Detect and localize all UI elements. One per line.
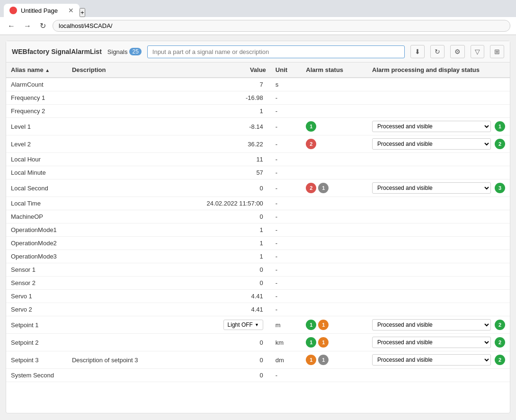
cell-unit: - <box>271 223 301 237</box>
cell-alarm-status: 21 <box>301 179 367 197</box>
alarm-badge: 1 <box>306 355 316 365</box>
cell-value: 0 <box>169 351 271 369</box>
table-row: Frequency 21- <box>6 105 510 118</box>
col-header-unit[interactable]: Unit <box>271 63 301 78</box>
cell-description: Description of setpoint 3 <box>67 351 169 369</box>
col-header-value[interactable]: Value <box>169 63 271 78</box>
cell-description <box>67 179 169 197</box>
refresh-button[interactable]: ↻ <box>430 45 445 58</box>
cell-alias: Sensor 2 <box>6 277 67 290</box>
cell-alarm-status <box>301 166 367 179</box>
cell-value: 57 <box>169 166 271 179</box>
alarm-badge: 1 <box>318 320 329 330</box>
search-input[interactable] <box>147 45 405 58</box>
cell-value: 4.41 <box>169 303 271 316</box>
cell-processing <box>367 223 510 237</box>
cell-value: 36.22 <box>169 135 271 153</box>
cell-processing: Processed and visible2 <box>367 351 510 369</box>
table-row: Sensor 10- <box>6 263 510 277</box>
alarm-badges: 11 <box>306 355 363 365</box>
cell-description <box>67 237 169 250</box>
table-row: Local Minute57- <box>6 166 510 179</box>
cell-alias: Sensor 1 <box>6 263 67 277</box>
processing-select[interactable]: Processed and visible <box>372 138 491 150</box>
cell-alarm-status <box>301 263 367 277</box>
cell-alias: Servo 2 <box>6 303 67 316</box>
cell-alarm-status <box>301 91 367 105</box>
processing-select[interactable]: Processed and visible <box>372 121 491 132</box>
reload-button[interactable]: ↻ <box>38 20 48 31</box>
cell-value: 1 <box>169 250 271 263</box>
cell-unit: - <box>271 166 301 179</box>
cell-unit: - <box>271 303 301 316</box>
table-row: Frequency 1-16.98- <box>6 91 510 105</box>
table-row: Setpoint 20km11Processed and visible2 <box>6 334 510 351</box>
cell-alarm-status <box>301 250 367 263</box>
col-header-description[interactable]: Description <box>67 63 169 78</box>
cell-value: 7 <box>169 78 271 91</box>
active-tab[interactable]: Untitled Page ✕ <box>4 4 80 17</box>
cell-processing <box>367 290 510 303</box>
cell-alarm-status <box>301 105 367 118</box>
cell-alias: Setpoint 1 <box>6 316 67 334</box>
cell-value: 1 <box>169 223 271 237</box>
settings-button[interactable]: ⚙ <box>450 45 465 58</box>
cell-processing: Processed and visible3 <box>367 179 510 197</box>
cell-alarm-status <box>301 369 367 382</box>
tab-favicon <box>9 7 17 14</box>
cell-alarm-status <box>301 303 367 316</box>
tab-title: Untitled Page <box>21 7 64 14</box>
cell-unit: - <box>271 369 301 382</box>
cell-alias: MachineOP <box>6 210 67 223</box>
processing-cell: Processed and visible2 <box>372 354 505 366</box>
cell-unit: km <box>271 334 301 351</box>
back-button[interactable]: ← <box>6 21 17 31</box>
tab-close-button[interactable]: ✕ <box>68 7 74 14</box>
cell-alias: Setpoint 3 <box>6 351 67 369</box>
new-tab-button[interactable]: + <box>80 8 85 17</box>
col-header-alias[interactable]: Alias name ▲ <box>6 63 67 78</box>
address-input[interactable] <box>53 20 510 32</box>
app-header: WEBfactory SignalAlarmList Signals 25 ⬇ … <box>6 41 510 63</box>
filter-button[interactable]: ▽ <box>471 45 484 58</box>
signals-count: 25 <box>129 48 141 55</box>
processing-count-badge: 2 <box>495 320 505 330</box>
processing-count-badge: 2 <box>495 139 505 149</box>
cell-unit: s <box>271 78 301 91</box>
forward-button[interactable]: → <box>22 21 33 31</box>
cell-alarm-status: 11 <box>301 334 367 351</box>
cell-description <box>67 316 169 334</box>
cell-processing <box>367 153 510 166</box>
cell-alarm-status: 2 <box>301 135 367 153</box>
col-header-processing[interactable]: Alarm processing and display status <box>367 63 510 78</box>
cell-description <box>67 118 169 135</box>
alarm-badge: 1 <box>318 183 329 193</box>
columns-button[interactable]: ⊞ <box>490 45 504 58</box>
cell-value: 1 <box>169 105 271 118</box>
alarm-badge: 1 <box>306 337 316 348</box>
cell-processing <box>367 210 510 223</box>
browser-chrome: Untitled Page ✕ + ← → ↻ <box>0 0 516 35</box>
cell-value: 0 <box>169 263 271 277</box>
processing-select[interactable]: Processed and visible <box>372 354 491 366</box>
cell-alias: Local Second <box>6 179 67 197</box>
processing-select[interactable]: Processed and visible <box>372 337 491 348</box>
alarm-badges: 1 <box>306 121 363 132</box>
col-header-alarm-status[interactable]: Alarm status <box>301 63 367 78</box>
cell-value: -8.14 <box>169 118 271 135</box>
processing-select[interactable]: Processed and visible <box>372 182 491 194</box>
cell-value: 1 <box>169 237 271 250</box>
alarm-badges: 11 <box>306 320 363 330</box>
cell-unit: - <box>271 105 301 118</box>
cell-description <box>67 334 169 351</box>
cell-alarm-status <box>301 237 367 250</box>
download-button[interactable]: ⬇ <box>410 45 425 58</box>
table-row: Sensor 20- <box>6 277 510 290</box>
cell-alarm-status: 11 <box>301 316 367 334</box>
cell-alias: Frequency 1 <box>6 91 67 105</box>
processing-cell: Processed and visible2 <box>372 319 505 331</box>
light-off-button[interactable]: Light OFF <box>223 320 263 330</box>
processing-select[interactable]: Processed and visible <box>372 319 491 331</box>
cell-unit: - <box>271 153 301 166</box>
processing-count-badge: 2 <box>495 337 505 348</box>
